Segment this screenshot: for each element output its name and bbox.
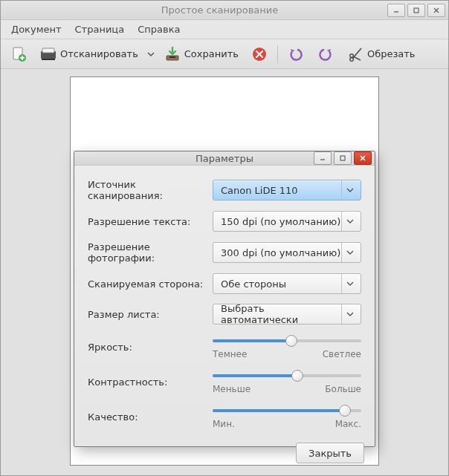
save-button[interactable]: Сохранить	[159, 43, 243, 65]
main-window-title: Простое сканирование	[54, 4, 385, 16]
menu-page[interactable]: Страница	[69, 22, 131, 37]
scanner-icon	[39, 45, 57, 63]
svg-point-13	[350, 57, 354, 61]
dialog-close-label: Закрыть	[309, 448, 352, 459]
svg-rect-10	[169, 56, 175, 58]
crop-label: Обрезать	[367, 48, 416, 59]
contrast-min-label: Меньше	[213, 384, 251, 394]
chevron-down-icon	[341, 212, 358, 231]
text-res-combo[interactable]: 150 dpi (по умолчанию)	[213, 211, 361, 232]
rotate-right-icon	[317, 45, 335, 63]
chevron-down-icon	[341, 180, 358, 200]
main-window-controls	[385, 4, 445, 17]
text-res-label: Разрешение текста:	[88, 216, 207, 227]
contrast-max-label: Больше	[325, 384, 361, 394]
crop-button[interactable]: Обрезать	[342, 43, 420, 65]
save-icon	[164, 45, 181, 63]
menu-help[interactable]: Справка	[132, 22, 186, 37]
maximize-button[interactable]	[407, 4, 425, 17]
page-size-combo[interactable]: Выбрать автоматически	[213, 304, 361, 325]
dialog-minimize-button[interactable]	[314, 151, 332, 165]
page-size-label: Размер листа:	[88, 309, 207, 320]
text-res-value: 150 dpi (по умолчанию)	[221, 216, 341, 227]
brightness-min-label: Темнее	[213, 349, 247, 359]
svg-rect-1	[414, 8, 419, 13]
rotate-left-button[interactable]	[282, 43, 309, 65]
svg-rect-8	[42, 59, 55, 60]
brightness-label: Яркость:	[88, 342, 207, 353]
quality-slider[interactable]	[213, 404, 361, 417]
toolbar-separator	[277, 45, 278, 63]
photo-res-value: 300 dpi (по умолчанию)	[221, 247, 341, 258]
minimize-button[interactable]	[387, 4, 405, 17]
side-value: Обе стороны	[221, 278, 341, 290]
dialog-body: Источник сканирования: Canon LiDE 110 Ра…	[74, 166, 375, 437]
dialog-title: Параметры	[135, 153, 314, 164]
source-label: Источник сканирования:	[88, 179, 207, 201]
chevron-down-icon	[341, 274, 358, 293]
rotate-right-button[interactable]	[312, 43, 339, 65]
side-label: Сканируемая сторона:	[88, 278, 207, 290]
svg-rect-7	[42, 48, 54, 53]
side-combo[interactable]: Обе стороны	[213, 273, 361, 294]
contrast-slider[interactable]	[213, 369, 361, 382]
chevron-down-icon	[341, 304, 358, 324]
brightness-max-label: Светлее	[323, 349, 361, 359]
quality-label: Качество:	[88, 411, 207, 423]
new-document-icon	[10, 45, 28, 63]
main-titlebar: Простое сканирование	[1, 1, 448, 20]
menu-document[interactable]: Документ	[5, 22, 68, 37]
dialog-maximize-button[interactable]	[334, 151, 352, 165]
toolbar: Отсканировать Сохранить	[1, 39, 448, 69]
delete-button[interactable]	[246, 43, 273, 65]
main-window: Простое сканирование Документ Страница С…	[0, 0, 449, 476]
scan-label: Отсканировать	[60, 48, 138, 59]
dialog-window-controls	[314, 151, 372, 165]
source-value: Canon LiDE 110	[221, 185, 341, 196]
dialog-titlebar: Параметры	[74, 151, 375, 166]
menubar: Документ Страница Справка	[1, 20, 448, 39]
page-size-value: Выбрать автоматически	[221, 303, 341, 325]
dialog-close-x-button[interactable]	[354, 151, 372, 165]
brightness-slider[interactable]	[213, 334, 361, 348]
dialog-footer: Закрыть	[74, 437, 375, 474]
quality-max-label: Макс.	[335, 419, 361, 429]
dialog-close-button[interactable]: Закрыть	[296, 443, 364, 463]
photo-res-combo[interactable]: 300 dpi (по умолчанию)	[213, 242, 361, 263]
quality-min-label: Мин.	[213, 419, 235, 429]
svg-point-12	[350, 53, 354, 57]
chevron-down-icon	[341, 243, 358, 262]
svg-rect-15	[340, 156, 345, 160]
save-label: Сохранить	[184, 48, 239, 59]
delete-icon	[251, 45, 268, 63]
crop-icon	[346, 45, 364, 63]
rotate-left-icon	[287, 45, 305, 63]
scan-button[interactable]: Отсканировать	[35, 43, 143, 65]
contrast-label: Контрастность:	[88, 376, 207, 388]
source-combo[interactable]: Canon LiDE 110	[213, 180, 361, 200]
new-document-button[interactable]	[5, 43, 32, 65]
preferences-dialog: Параметры Источник сканирования: Canon L…	[74, 151, 375, 447]
scan-dropdown[interactable]	[146, 50, 156, 58]
photo-res-label: Разрешение фотографии:	[88, 241, 207, 264]
close-button[interactable]	[427, 4, 445, 17]
